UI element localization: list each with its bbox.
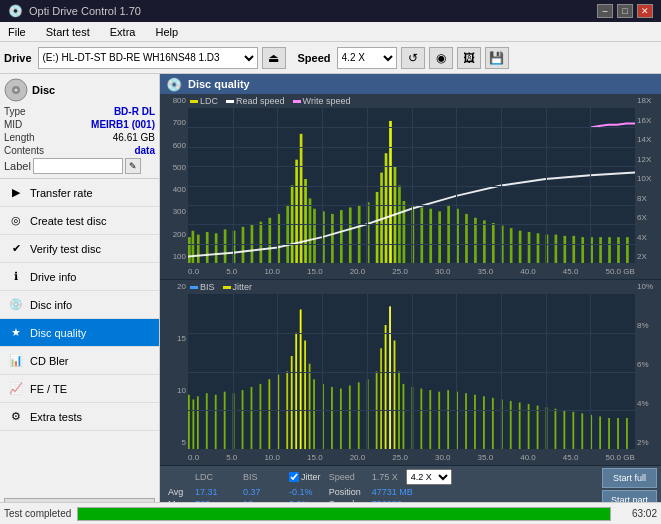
drive-select[interactable]: (E:) HL-DT-ST BD-RE WH16NS48 1.D3 <box>38 47 258 69</box>
sidebar-item-extra-tests[interactable]: ⚙ Extra tests <box>0 403 159 431</box>
extra-tests-label: Extra tests <box>30 411 82 423</box>
bis-legend-dot <box>190 286 198 289</box>
svg-rect-62 <box>197 396 199 449</box>
close-button[interactable]: ✕ <box>637 4 653 18</box>
svg-rect-94 <box>429 390 431 449</box>
svg-rect-53 <box>572 236 575 263</box>
sidebar-item-cd-bler[interactable]: 📊 CD Bler <box>0 347 159 375</box>
svg-rect-5 <box>197 235 200 263</box>
bottom-bar: Test completed 63:02 <box>0 502 661 524</box>
menu-file[interactable]: File <box>4 24 30 40</box>
progress-bar <box>77 507 611 521</box>
refresh-button[interactable]: ↺ <box>401 47 425 69</box>
minimize-button[interactable]: – <box>597 4 613 18</box>
svg-rect-81 <box>340 389 342 449</box>
label-input[interactable] <box>33 158 123 174</box>
svg-rect-83 <box>358 382 360 449</box>
save-button[interactable]: 💾 <box>485 47 509 69</box>
bis-jitter-chart: BIS Jitter 2015105 10%8%6%4%2% <box>160 280 661 466</box>
sidebar-item-verify-test-disc[interactable]: ✔ Verify test disc <box>0 235 159 263</box>
svg-rect-65 <box>224 392 226 449</box>
svg-rect-17 <box>295 160 298 263</box>
bis-legend-label: BIS <box>200 282 215 292</box>
stats-speed-select-cell[interactable]: 4.2 X <box>402 468 456 486</box>
drive-info-icon: ℹ <box>8 269 24 285</box>
top-chart-x-axis: 0.05.010.015.020.025.030.035.040.045.050… <box>188 263 635 279</box>
menu-help[interactable]: Help <box>151 24 182 40</box>
speed-label: Speed <box>298 52 331 64</box>
svg-rect-98 <box>465 393 467 449</box>
stats-speed-select[interactable]: 4.2 X <box>406 469 452 485</box>
disc-quality-label: Disc quality <box>30 327 86 339</box>
disc-quality-header: 💿 Disc quality <box>160 74 661 94</box>
svg-rect-10 <box>242 227 245 263</box>
read-speed-label: Read speed <box>236 96 285 106</box>
sidebar-item-create-test-disc[interactable]: ◎ Create test disc <box>0 207 159 235</box>
maximize-button[interactable]: □ <box>617 4 633 18</box>
jitter-checkbox[interactable] <box>289 472 299 482</box>
disc-quality-header-icon: 💿 <box>166 77 182 92</box>
avg-empty <box>277 486 285 498</box>
stats-bis-header: BIS <box>239 468 277 486</box>
record-button[interactable]: ◉ <box>429 47 453 69</box>
svg-rect-25 <box>349 207 352 263</box>
svg-rect-21 <box>313 209 316 263</box>
top-chart-y-right: 18X16X14X12X10X8X6X4X2X <box>635 94 661 263</box>
sidebar-item-transfer-rate[interactable]: ▶ Transfer rate <box>0 179 159 207</box>
svg-rect-60 <box>188 395 190 449</box>
svg-rect-110 <box>572 412 574 449</box>
sidebar-item-disc-quality[interactable]: ★ Disc quality <box>0 319 159 347</box>
svg-rect-12 <box>260 222 263 263</box>
fe-te-icon: 📈 <box>8 381 24 397</box>
svg-rect-7 <box>215 233 218 263</box>
type-key: Type <box>4 106 26 117</box>
svg-rect-56 <box>599 237 602 263</box>
top-chart-y-left: 800700600500400300200100 <box>160 94 188 263</box>
disc-quality-title: Disc quality <box>188 78 250 90</box>
top-chart-area <box>188 108 635 263</box>
svg-rect-69 <box>260 384 262 449</box>
svg-rect-93 <box>420 389 422 449</box>
sidebar-item-drive-info[interactable]: ℹ Drive info <box>0 263 159 291</box>
menu-start-test[interactable]: Start test <box>42 24 94 40</box>
cd-bler-label: CD Bler <box>30 355 69 367</box>
svg-rect-111 <box>581 413 583 449</box>
label-edit-button[interactable]: ✎ <box>125 158 141 174</box>
drive-label: Drive <box>4 52 32 64</box>
eject-button[interactable]: ⏏ <box>262 47 286 69</box>
stats-speed-val: 1.75 X <box>368 468 402 486</box>
svg-rect-59 <box>626 237 629 263</box>
svg-rect-82 <box>349 385 351 449</box>
svg-rect-70 <box>268 379 270 449</box>
svg-rect-106 <box>537 406 539 449</box>
svg-rect-30 <box>385 153 388 263</box>
svg-rect-101 <box>492 398 494 449</box>
svg-rect-99 <box>474 395 476 449</box>
svg-rect-20 <box>309 198 312 263</box>
jitter-label: Jitter <box>301 472 321 482</box>
avg-ldc: 17.31 <box>191 486 239 498</box>
verify-test-icon: ✔ <box>8 241 24 257</box>
start-full-button[interactable]: Start full <box>602 468 657 488</box>
svg-rect-49 <box>537 233 540 263</box>
svg-rect-24 <box>340 210 343 263</box>
menu-extra[interactable]: Extra <box>106 24 140 40</box>
content-area: 💿 Disc quality LDC Read speed <box>160 74 661 524</box>
bottom-chart-legend: BIS Jitter <box>190 282 252 292</box>
speed-select[interactable]: 4.2 X <box>337 47 397 69</box>
stats-empty-header <box>164 468 191 486</box>
sidebar-item-fe-te[interactable]: 📈 FE / TE <box>0 375 159 403</box>
stats-speed-static: Speed <box>325 468 368 486</box>
svg-rect-96 <box>447 390 449 449</box>
sidebar-item-disc-info[interactable]: 💿 Disc info <box>0 291 159 319</box>
image-button[interactable]: 🖼 <box>457 47 481 69</box>
svg-rect-3 <box>188 237 191 263</box>
mid-value: MEIRB1 (001) <box>91 119 155 130</box>
svg-rect-63 <box>206 393 208 449</box>
type-value: BD-R DL <box>114 106 155 117</box>
svg-rect-68 <box>251 387 253 449</box>
bottom-chart-x-axis: 0.05.010.015.020.025.030.035.040.045.050… <box>188 449 635 465</box>
avg-position-val: 47731 MB <box>368 486 456 498</box>
avg-label: Avg <box>164 486 191 498</box>
svg-rect-116 <box>626 418 628 449</box>
